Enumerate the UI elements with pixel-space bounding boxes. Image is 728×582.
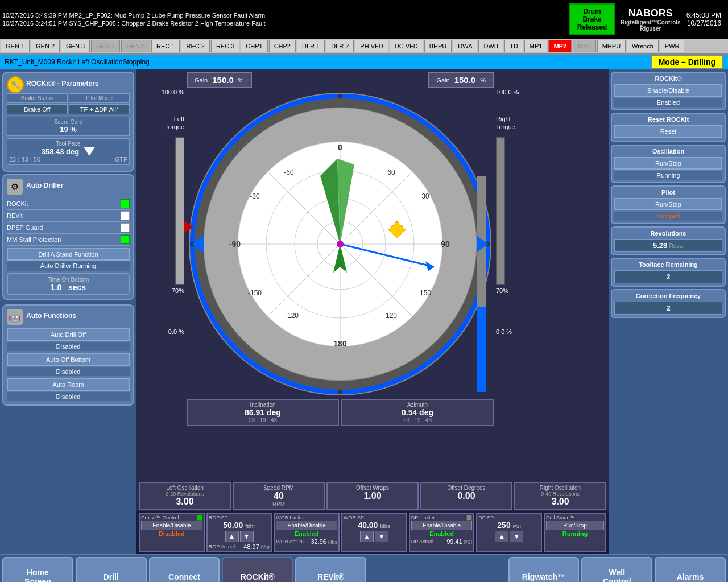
pilot-section: Pilot Run/Stop Stopped (611, 185, 726, 224)
oscillation-status: Running (614, 171, 722, 180)
tab-phvfd[interactable]: PH VFD (355, 40, 388, 52)
tab-dlr1[interactable]: DLR 1 (297, 40, 325, 52)
rop-down-btn[interactable]: ▼ (240, 531, 254, 542)
nabors-site: Riguser (621, 26, 681, 32)
rockit-ctrl-title: ROCKit® (614, 75, 722, 82)
svg-point-28 (337, 241, 344, 247)
revit-btn[interactable]: REVit® (295, 557, 366, 582)
drill-btn[interactable]: Drill (76, 557, 147, 582)
dp-up-btn[interactable]: ▲ (495, 531, 508, 542)
rockit-enable-status: Enabled (614, 98, 722, 107)
tool-face-time: 23 : 43 : 50 GTF (9, 156, 127, 163)
rockit-indicator (121, 199, 130, 208)
rockit-enable-btn[interactable]: Enable/Disable (614, 84, 722, 97)
tab-dwa[interactable]: DWA (453, 40, 477, 52)
mm-indicator (121, 235, 130, 244)
tab-rec3[interactable]: REC 3 (211, 40, 239, 52)
correction-freq-section: Correction Frequency 2 (611, 289, 726, 318)
tab-bhpu[interactable]: BHPU (424, 40, 452, 52)
wob-down-btn[interactable]: ▼ (375, 531, 388, 542)
current-time: 6:45:08 PM (686, 11, 721, 19)
tab-rec2[interactable]: REC 2 (181, 40, 209, 52)
dp-sp-label: DP SP (478, 515, 540, 521)
rop-up-btn[interactable]: ▲ (225, 531, 239, 542)
right-gain-box: Gain 150.0 % (428, 72, 494, 88)
dp-indicator (466, 515, 472, 521)
drill-smart-run-stop[interactable]: Run/Stop (546, 521, 604, 530)
tab-mp1[interactable]: MP1 (524, 40, 548, 52)
drill-stand-btn[interactable]: Drill A Stand Function (7, 248, 130, 261)
cruise-enable-btn[interactable]: Enable/Disable (141, 521, 202, 530)
tab-gen2[interactable]: GEN 2 (31, 40, 60, 52)
time-bottom[interactable]: Time On Bottom 1.0 secs (7, 273, 130, 295)
auto-functions-header: 🤖 Auto Functions (7, 309, 130, 325)
tab-gen4[interactable]: GEN 4 (91, 40, 120, 52)
tab-gen3[interactable]: GEN 3 (61, 40, 90, 52)
svg-text:-120: -120 (285, 312, 299, 320)
rockit-control-section: ROCKit® Enable/Disable Enabled (611, 72, 726, 110)
time-bottom-label: Time On Bottom (10, 276, 126, 283)
tab-mhpu[interactable]: MHPU (597, 40, 626, 52)
oscillation-run-stop-btn[interactable]: Run/Stop (614, 157, 722, 170)
left-osc-label: Left Oscillation (143, 485, 226, 491)
cruise-indicator (197, 515, 202, 521)
pilot-status: Stopped (614, 212, 722, 221)
tab-wrench[interactable]: Wrench (627, 40, 659, 52)
pilot-title: Pilot (614, 189, 722, 196)
rigwatch-btn[interactable]: Rigwatch™ (508, 557, 580, 582)
time-bottom-value: 1.0 secs (10, 283, 126, 292)
rockit-nav-btn[interactable]: ROCKit® (222, 557, 293, 582)
dp-enable-btn[interactable]: Enable/Disable (411, 521, 473, 530)
left-scale-bottom: 0.0 % (168, 328, 184, 335)
svg-text:-60: -60 (284, 168, 294, 176)
auto-off-bottom-btn[interactable]: Auto Off Bottom (7, 353, 130, 366)
tab-mp3[interactable]: MP3 (573, 40, 596, 52)
wob-btns: ▲ ▼ (344, 531, 405, 542)
revolutions-unit: Revs. (669, 243, 684, 249)
inclination-value: 86.91 deg (191, 408, 334, 417)
drum-brake-button[interactable]: Drum Brake Released (569, 3, 615, 35)
released-label: Released (577, 23, 607, 31)
tool-face: Tool Face 358.43 deg 23 : 43 : 50 GTF (7, 138, 130, 165)
well-control-btn[interactable]: WellControl (581, 557, 652, 582)
tab-pwr[interactable]: PWR (660, 40, 685, 52)
correction-freq-value: 2 (666, 304, 670, 312)
pilot-run-stop-btn[interactable]: Run/Stop (614, 198, 722, 210)
tab-td[interactable]: TD (504, 40, 523, 52)
alarm-bar: 10/27/2016 5:49:39 PM MP2_LP_F002: Mud P… (0, 0, 728, 39)
brake-status-label: Brake Status (7, 93, 68, 103)
left-oscillation-box: Left Oscillation 0-20 Revolutions 3.00 (139, 482, 231, 510)
tab-gen1[interactable]: GEN 1 (1, 40, 30, 52)
connect-btn[interactable]: Connect (149, 557, 220, 582)
svg-text:-150: -150 (248, 289, 262, 297)
wob-enable-btn[interactable]: Enable/Disable (276, 521, 337, 530)
azimuth-box: Azimuth 0.54 deg 23 : 19 : 43 (341, 399, 494, 426)
tab-rec1[interactable]: REC 1 (151, 40, 180, 52)
gauge-area: 100.0 % LeftTorque 70% 0.0 % Gain 150.0 (136, 69, 609, 481)
auto-ream-status: Disabled (7, 392, 130, 401)
left-scale-70: 70% (172, 287, 184, 294)
compass-area: Gain 150.0 % Gain 150.0 % (187, 72, 494, 426)
pilot-mode-value: TF + ΔDP All* (69, 104, 130, 114)
wob-up-btn[interactable]: ▲ (360, 531, 374, 542)
auto-ream-btn[interactable]: Auto Ream (7, 378, 130, 391)
svg-text:30: 30 (421, 192, 429, 200)
revolutions-title: Revolutions (614, 230, 722, 237)
auto-functions-title: Auto Functions (26, 312, 76, 320)
tab-gen5[interactable]: GEN 5 (121, 40, 150, 52)
tab-dwb[interactable]: DWB (478, 40, 503, 52)
dp-down-btn[interactable]: ▼ (510, 531, 523, 542)
reset-btn[interactable]: Reset (614, 125, 722, 138)
svg-text:-90: -90 (229, 240, 241, 249)
home-screen-btn[interactable]: HomeScreen (2, 557, 73, 582)
alarms-btn[interactable]: Alarms (655, 557, 726, 582)
tab-chp2[interactable]: CHP2 (269, 40, 296, 52)
tab-dlr2[interactable]: DLR 2 (326, 40, 354, 52)
tab-chp1[interactable]: CHP1 (241, 40, 267, 52)
auto-drill-off-btn[interactable]: Auto Drill Off (7, 328, 130, 341)
toolface-remaining-title: Toolface Remaining (614, 261, 722, 268)
wob-actual-label: WOB Actual (276, 538, 304, 545)
tab-mp2[interactable]: MP2 (548, 40, 572, 52)
tab-dcvfd[interactable]: DC VFD (390, 40, 423, 52)
speed-unit: RPM (237, 501, 320, 507)
